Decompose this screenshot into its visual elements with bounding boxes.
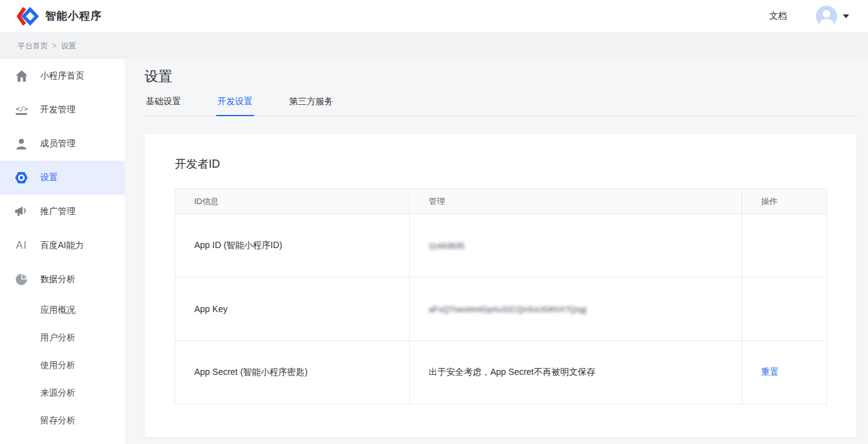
app-logo-icon — [16, 6, 39, 26]
sidebar-subitem-app-overview[interactable]: 应用概况 — [0, 296, 124, 324]
sidebar-subitem-source-analysis[interactable]: 来源分析 — [0, 379, 124, 407]
user-menu-caret-icon[interactable] — [843, 14, 849, 18]
breadcrumb-separator: > — [52, 41, 57, 50]
developer-id-table: ID信息 管理 操作 App ID (智能小程序ID) 11443635 App… — [175, 188, 827, 404]
avatar-person-icon — [823, 10, 830, 18]
docs-link[interactable]: 文档 — [769, 11, 787, 22]
row-label: App Secret (智能小程序密匙) — [175, 341, 410, 404]
sidebar-subitem-usage-analysis[interactable]: 使用分析 — [0, 352, 124, 379]
sidebar-item-members[interactable]: 成员管理 — [0, 127, 124, 161]
sidebar-item-home[interactable]: 小程序首页 — [0, 59, 124, 93]
settings-tabs: 基础设置 开发设置 第三方服务 — [145, 96, 857, 116]
column-header-action: 操作 — [742, 189, 827, 214]
code-icon: </> — [15, 104, 28, 116]
brand-logo-link[interactable]: 智能小程序 — [16, 6, 102, 26]
main-content: 设置 基础设置 开发设置 第三方服务 开发者ID ID信息 管理 操作 App … — [124, 59, 868, 444]
app-id-value: 11443635 — [429, 241, 464, 251]
table-row-app-secret: App Secret (智能小程序密匙) 出于安全考虑，App Secret不再… — [175, 341, 827, 404]
member-icon — [15, 138, 28, 150]
app-secret-note: 出于安全考虑，App Secret不再被明文保存 — [429, 367, 595, 377]
breadcrumb: 平台首页 > 设置 — [0, 33, 868, 59]
table-row-app-id: App ID (智能小程序ID) 11443635 — [175, 214, 827, 278]
table-row-app-key: App Key aFsQ7nwshmtGpAs32CQnSsUGKhX7Qsgj — [175, 278, 827, 341]
table-header-row: ID信息 管理 操作 — [175, 189, 827, 214]
tab-basic-settings[interactable]: 基础设置 — [145, 96, 182, 116]
home-icon — [15, 70, 28, 82]
tab-third-party[interactable]: 第三方服务 — [288, 96, 334, 116]
brand-name: 智能小程序 — [45, 9, 102, 23]
developer-id-card: 开发者ID ID信息 管理 操作 App ID (智能小程序ID) 114436… — [145, 134, 857, 437]
megaphone-icon — [15, 205, 28, 218]
breadcrumb-current[interactable]: 设置 — [61, 41, 76, 51]
sidebar-subitem-user-analysis[interactable]: 用户分析 — [0, 324, 124, 352]
breadcrumb-home[interactable]: 平台首页 — [18, 41, 48, 51]
app-key-value: aFsQ7nwshmtGpAs32CQnSsUGKhX7Qsgj — [429, 305, 586, 314]
sidebar-item-ai[interactable]: AI 百度AI能力 — [0, 229, 124, 263]
top-header: 智能小程序 文档 — [0, 0, 868, 33]
settings-icon — [15, 171, 28, 184]
svg-text:</>: </> — [16, 105, 28, 113]
sidebar-item-dev[interactable]: </> 开发管理 — [0, 93, 124, 127]
sidebar-item-promotion[interactable]: 推广管理 — [0, 195, 124, 229]
column-header-manage: 管理 — [410, 189, 742, 214]
row-label: App ID (智能小程序ID) — [175, 214, 410, 278]
row-label: App Key — [175, 278, 410, 341]
sidebar-item-analytics[interactable]: 数据分析 — [0, 263, 124, 296]
page-title: 设置 — [145, 67, 868, 86]
sidebar-subitem-retention-analysis[interactable]: 留存分析 — [0, 407, 124, 435]
user-avatar[interactable] — [816, 6, 837, 27]
ai-icon: AI — [15, 239, 28, 252]
card-heading: 开发者ID — [145, 134, 857, 171]
reset-link[interactable]: 重置 — [761, 367, 779, 377]
tab-dev-settings[interactable]: 开发设置 — [216, 96, 254, 116]
column-header-id-info: ID信息 — [175, 189, 410, 214]
sidebar-item-settings[interactable]: 设置 — [0, 161, 124, 195]
pie-chart-icon — [15, 273, 28, 286]
sidebar: 小程序首页 </> 开发管理 成员管理 设置 — [0, 59, 124, 444]
